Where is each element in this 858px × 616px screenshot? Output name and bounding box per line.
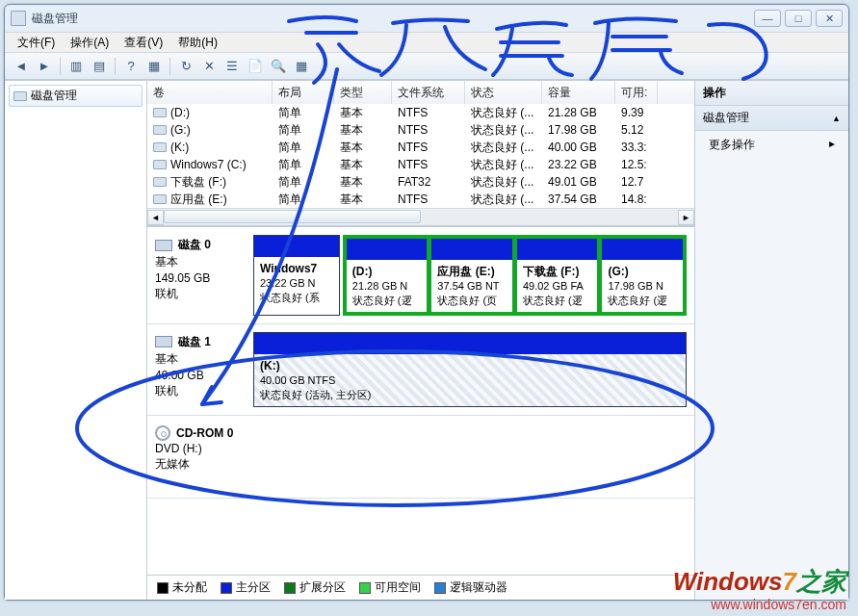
help-button[interactable]: ? — [120, 56, 142, 77]
disk-title: CD-ROM 0 — [176, 426, 233, 440]
back-button[interactable]: ◄ — [11, 56, 32, 77]
partition[interactable]: 应用盘 (E:)37.54 GB NT状态良好 (页 — [430, 238, 513, 313]
partition-size: 37.54 GB NT — [437, 280, 499, 292]
partition-header — [347, 239, 428, 260]
col-volume[interactable]: 卷 — [147, 81, 273, 104]
disk-label: 磁盘 0基本149.05 GB联机 — [147, 235, 253, 316]
scroll-left-button[interactable]: ◄ — [147, 210, 164, 225]
legend-unallocated: 未分配 — [157, 579, 207, 596]
search-icon[interactable]: 🔍 — [268, 56, 289, 77]
partition-size: 49.02 GB FA — [523, 280, 584, 292]
scroll-right-button[interactable]: ► — [678, 210, 694, 225]
volume-capacity: 23.22 GB — [542, 156, 615, 173]
main-pane: 卷 布局 类型 文件系统 状态 容量 可用: (D:)简单基本NTFS状态良好 … — [147, 81, 694, 600]
disk-title: 磁盘 0 — [178, 237, 211, 253]
disk-title: 磁盘 1 — [178, 334, 211, 350]
col-type[interactable]: 类型 — [334, 81, 392, 104]
volume-fs: FAT32 — [392, 173, 465, 191]
partition-size: 40.00 GB NTFS — [260, 374, 335, 386]
col-layout[interactable]: 布局 — [273, 81, 334, 104]
col-capacity[interactable]: 容量 — [542, 81, 615, 104]
minimize-button[interactable]: — — [754, 10, 781, 27]
partition-body: Windows723.22 GB N状态良好 (系 — [254, 257, 339, 309]
col-status[interactable]: 状态 — [465, 81, 542, 104]
disk-icon — [13, 91, 27, 101]
drive-icon — [153, 108, 167, 117]
view-toggle-right[interactable]: ▤ — [89, 56, 110, 77]
volume-row[interactable]: 应用盘 (E:)简单基本NTFS状态良好 (...37.54 GB14.8: — [147, 191, 694, 208]
disk-label: 磁盘 1基本40.00 GB联机 — [147, 332, 253, 407]
scroll-thumb[interactable] — [164, 210, 421, 223]
volume-row[interactable]: (D:)简单基本NTFS状态良好 (...21.28 GB9.39 — [147, 104, 694, 121]
volume-free: 14.8: — [615, 191, 658, 208]
maximize-button[interactable]: □ — [785, 10, 812, 27]
partition[interactable]: (K:)40.00 GB NTFS状态良好 (活动, 主分区) — [253, 332, 687, 407]
menu-action[interactable]: 操作(A) — [64, 33, 116, 53]
partition-body: 下载盘 (F:)49.02 GB FA状态良好 (逻 — [517, 260, 598, 312]
partition-status: 状态良好 (逻 — [352, 295, 412, 306]
disk-graphic — [253, 424, 687, 490]
volume-fs: NTFS — [392, 121, 465, 139]
horizontal-scrollbar[interactable]: ◄ ► — [147, 208, 694, 225]
view-toggle-left[interactable]: ▥ — [65, 56, 87, 77]
delete-icon[interactable]: ✕ — [198, 56, 220, 77]
volume-fs: NTFS — [392, 139, 465, 156]
partition[interactable]: (D:)21.28 GB N状态良好 (逻 — [346, 238, 429, 313]
volume-type: 基本 — [334, 191, 392, 208]
properties-icon[interactable]: ☰ — [221, 56, 243, 77]
volume-row[interactable]: (G:)简单基本NTFS状态良好 (...17.98 GB5.12 — [147, 121, 694, 139]
titlebar: 磁盘管理 — □ ✕ — [5, 5, 848, 32]
volume-name: 应用盘 (E:) — [147, 191, 273, 208]
disk-size: 149.05 GB — [155, 271, 246, 285]
partition-status: 状态良好 (页 — [437, 295, 497, 306]
view-list-button[interactable]: ▦ — [143, 56, 165, 77]
tree-root-disk-mgmt[interactable]: 磁盘管理 — [9, 85, 143, 107]
partition-body: (K:)40.00 GB NTFS状态良好 (活动, 主分区) — [254, 354, 686, 406]
close-button[interactable]: ✕ — [816, 10, 843, 27]
partition-status: 状态良好 (活动, 主分区) — [260, 389, 372, 400]
col-filesystem[interactable]: 文件系统 — [392, 81, 465, 104]
menu-help[interactable]: 帮助(H) — [171, 33, 224, 53]
actions-header: 操作 — [695, 81, 848, 106]
volume-capacity: 17.98 GB — [542, 121, 615, 139]
scroll-track[interactable] — [164, 210, 678, 225]
volume-status: 状态良好 (... — [465, 121, 542, 139]
menu-bar: 文件(F) 操作(A) 查看(V) 帮助(H) — [5, 32, 848, 53]
legend-freespace: 可用空间 — [359, 579, 421, 596]
toolbar-separator — [60, 58, 61, 75]
content-area: 磁盘管理 卷 布局 类型 文件系统 状态 容量 可用: (D:)简单基本NTFS… — [5, 80, 848, 600]
forward-button[interactable]: ► — [34, 56, 55, 77]
drive-icon — [153, 177, 167, 187]
partition-header — [431, 239, 512, 260]
menu-view[interactable]: 查看(V) — [117, 33, 169, 53]
partition[interactable]: (G:)17.98 GB N状态良好 (逻 — [601, 238, 684, 313]
volume-free: 12.5: — [615, 156, 658, 173]
disk-type: 基本 — [155, 254, 246, 270]
volume-free: 12.7 — [615, 173, 658, 191]
partition[interactable]: Windows723.22 GB N状态良好 (系 — [253, 235, 340, 316]
volume-layout: 简单 — [273, 156, 334, 173]
partition-status: 状态良好 (系 — [260, 292, 320, 303]
actions-section-diskmgmt[interactable]: 磁盘管理 ▲ — [695, 106, 848, 131]
volume-row[interactable]: Windows7 (C:)简单基本NTFS状态良好 (...23.22 GB12… — [147, 156, 694, 173]
settings-icon[interactable]: ▦ — [291, 56, 312, 77]
volume-row[interactable]: (K:)简单基本NTFS状态良好 (...40.00 GB33.3: — [147, 139, 694, 156]
folder-open-icon[interactable]: 📄 — [245, 56, 266, 77]
refresh-button[interactable]: ↻ — [175, 56, 196, 77]
legend-primary: 主分区 — [221, 579, 271, 596]
col-free[interactable]: 可用: — [615, 81, 658, 104]
volume-layout: 简单 — [273, 121, 334, 139]
partition-body: (D:)21.28 GB N状态良好 (逻 — [347, 260, 428, 312]
disk-row-disk1: 磁盘 1基本40.00 GB联机(K:)40.00 GB NTFS状态良好 (活… — [147, 324, 694, 416]
partition-title: 下载盘 (F:) — [523, 265, 580, 278]
volume-free: 33.3: — [615, 139, 658, 156]
disk-status: 联机 — [155, 383, 246, 399]
actions-more-operations[interactable]: 更多操作 ▸ — [695, 131, 848, 159]
extended-partition-group: (D:)21.28 GB N状态良好 (逻应用盘 (E:)37.54 GB NT… — [343, 235, 687, 316]
menu-file[interactable]: 文件(F) — [11, 33, 62, 53]
tree-root-label: 磁盘管理 — [31, 88, 77, 104]
collapse-caret-icon: ▲ — [832, 114, 841, 123]
volume-name: Windows7 (C:) — [147, 156, 273, 173]
partition[interactable]: 下载盘 (F:)49.02 GB FA状态良好 (逻 — [516, 238, 599, 313]
volume-row[interactable]: 下载盘 (F:)简单基本FAT32状态良好 (...49.01 GB12.7 — [147, 173, 694, 191]
